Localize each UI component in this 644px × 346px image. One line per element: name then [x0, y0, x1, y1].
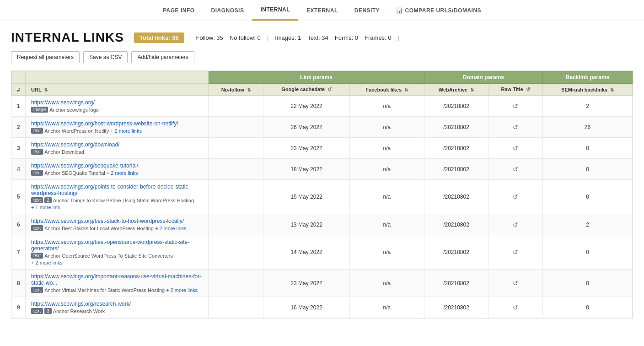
webarchive-cell: /20210802 [424, 297, 488, 318]
url-link[interactable]: https://www.seowings.org/best-opensource… [31, 239, 204, 252]
more-links[interactable]: + 1 more link [31, 205, 60, 210]
nav-item-external[interactable]: EXTERNAL [298, 1, 346, 20]
table-wrapper: Link params Domain params Backlink param… [11, 70, 633, 319]
group-header-empty-num [12, 71, 26, 84]
url-link[interactable]: https://www.seowings.org/best-stack-to-h… [31, 218, 204, 224]
semrush-backlinks-cell: 0 [543, 235, 633, 270]
nav-item-diagnosis[interactable]: DIAGNOSIS [203, 1, 252, 20]
table-row: 1https://www.seowings.org/imageAnchor se… [12, 96, 633, 117]
anchor-text: Anchor Virtual Machines for Static WordP… [44, 287, 165, 293]
url-link[interactable]: https://www.seowings.org/download/ [31, 141, 204, 148]
url-link[interactable]: https://www.seowings.org/ [31, 99, 204, 106]
google-cachedate-cell: 14 May 2022 [263, 235, 349, 270]
nofollow-cell [209, 117, 263, 138]
col-header-raw-title[interactable]: Raw Title ↺ [488, 84, 543, 96]
anchor-row: textAnchor Virtual Machines for Static W… [31, 287, 204, 293]
nofollow-cell [209, 138, 263, 159]
webarchive-cell: /20210802 [424, 270, 488, 297]
anchor-text: Anchor seowings logo [49, 107, 99, 113]
col-header-nofollow[interactable]: No-follow ⇅ [209, 84, 263, 96]
col-header-google-cachedate[interactable]: Google cachedate ↺ [263, 84, 349, 96]
stat-separator: | [398, 34, 399, 41]
anchor-text: Anchor Research Work [53, 308, 105, 314]
raw-title-refresh-row-icon[interactable]: ↺ [513, 193, 518, 200]
add-hide-params-button[interactable]: Add/hide parameters [131, 51, 194, 63]
more-links[interactable]: + 2 more links [107, 170, 138, 176]
facebook-likes-cell: n/a [349, 96, 424, 117]
internal-links-table: Link params Domain params Backlink param… [11, 71, 633, 318]
raw-title-refresh-row-icon[interactable]: ↺ [513, 280, 518, 287]
anchor-text: Anchor WordPress on Netlify [44, 128, 109, 134]
anchor-row: textAnchor Download [31, 149, 204, 155]
table-row: 8https://www.seowings.org/important-reas… [12, 270, 633, 297]
table-row: 9https://www.seowings.org/research-work/… [12, 297, 633, 318]
url-cell: https://www.seowings.org/best-opensource… [26, 235, 209, 270]
buttons-row: Request all parametersSave as CSVAdd/hid… [11, 51, 633, 63]
raw-title-refresh-row-icon[interactable]: ↺ [513, 249, 518, 256]
facebook-likes-cell: n/a [349, 297, 424, 318]
table-row: 6https://www.seowings.org/best-stack-to-… [12, 214, 633, 235]
type-badge: text [31, 197, 43, 203]
anchor-text: Anchor Download [44, 149, 84, 155]
url-link[interactable]: https://www.seowings.org/seoquake-tutori… [31, 162, 204, 169]
nav-item-internal[interactable]: INTERNAL [252, 0, 298, 21]
col-header-url[interactable]: URL ⇅ [26, 84, 209, 96]
nav-item-compare-urls-domains[interactable]: 📊 COMPARE URLS/DOMAINS [388, 1, 489, 20]
facebook-likes-cell: n/a [349, 138, 424, 159]
semrush-backlinks-cell: 0 [543, 138, 633, 159]
col-header-row: # URL ⇅ No-follow ⇅ Google cachedate ↺ F… [12, 84, 633, 96]
stat-item: Frames: 0 [365, 34, 392, 41]
request-all-params-button[interactable]: Request all parameters [11, 51, 80, 63]
col-header-number: # [12, 84, 26, 96]
group-header-link-params: Link params [209, 71, 424, 84]
semrush-backlinks-cell: 0 [543, 180, 633, 214]
google-cachedate-cell: 13 May 2022 [263, 214, 349, 235]
semrush-backlinks-cell: 0 [543, 159, 633, 180]
nofollow-sort-icon: ⇅ [247, 87, 251, 92]
type-badge: text [31, 253, 43, 259]
stat-item: Follow: 35 [196, 34, 223, 41]
raw-title-refresh-row-icon[interactable]: ↺ [513, 304, 518, 311]
nav-item-density[interactable]: DENSITY [346, 1, 388, 20]
url-link[interactable]: https://www.seowings.org/points-to-consi… [31, 184, 204, 196]
url-link[interactable]: https://www.seowings.org/host-wordpress-… [31, 120, 204, 127]
anchor-row: textAnchor SEOQuake Tutorial+ 2 more lin… [31, 170, 204, 176]
anchor-row: text3Anchor Research Work [31, 308, 204, 314]
url-link[interactable]: https://www.seowings.org/important-reaso… [31, 273, 204, 286]
raw-title-refresh-row-icon[interactable]: ↺ [513, 145, 518, 152]
more-links[interactable]: + 2 more links [110, 128, 142, 134]
nofollow-cell [209, 270, 263, 297]
google-cachedate-refresh-icon[interactable]: ↺ [327, 86, 332, 92]
raw-title-refresh-row-icon[interactable]: ↺ [513, 221, 518, 228]
stats-row: Follow: 35No follow: 0|Images: 1Text: 34… [196, 34, 406, 41]
raw-title-cell: ↺ [488, 159, 543, 180]
group-header-backlink-params: Backlink params [543, 71, 633, 84]
url-cell: https://www.seowings.org/host-wordpress-… [26, 117, 209, 138]
more-links[interactable]: + 2 more links [166, 287, 198, 293]
type-badge: image [31, 107, 48, 113]
save-csv-button[interactable]: Save as CSV [83, 51, 128, 63]
url-link[interactable]: https://www.seowings.org/research-work/ [31, 301, 204, 307]
raw-title-refresh-row-icon[interactable]: ↺ [513, 124, 518, 131]
row-number: 1 [12, 96, 26, 117]
nav-item-page-info[interactable]: PAGE INFO [155, 1, 203, 20]
col-header-webarchive[interactable]: WebArchive ⇅ [424, 84, 488, 96]
raw-title-refresh-icon[interactable]: ↺ [526, 86, 530, 92]
row-number: 8 [12, 270, 26, 297]
raw-title-cell: ↺ [488, 117, 543, 138]
raw-title-refresh-row-icon[interactable]: ↺ [513, 166, 518, 173]
more-links[interactable]: + 2 more links [155, 226, 187, 231]
stat-item: Images: 1 [275, 34, 301, 41]
google-cachedate-cell: 18 May 2022 [263, 159, 349, 180]
google-cachedate-cell: 16 May 2022 [263, 297, 349, 318]
type-badge: text [31, 170, 43, 176]
col-header-semrush-backlinks[interactable]: SEMrush backlinks ⇅ [543, 84, 633, 96]
bar-chart-icon: 📊 [396, 7, 405, 14]
nofollow-cell [209, 180, 263, 214]
semrush-backlinks-cell: 26 [543, 117, 633, 138]
facebook-likes-cell: n/a [349, 214, 424, 235]
webarchive-cell: /20210802 [424, 159, 488, 180]
more-links[interactable]: + 2 more links [31, 260, 63, 265]
col-header-facebook-likes[interactable]: Facebook likes ⇅ [349, 84, 424, 96]
raw-title-refresh-row-icon[interactable]: ↺ [513, 103, 518, 110]
